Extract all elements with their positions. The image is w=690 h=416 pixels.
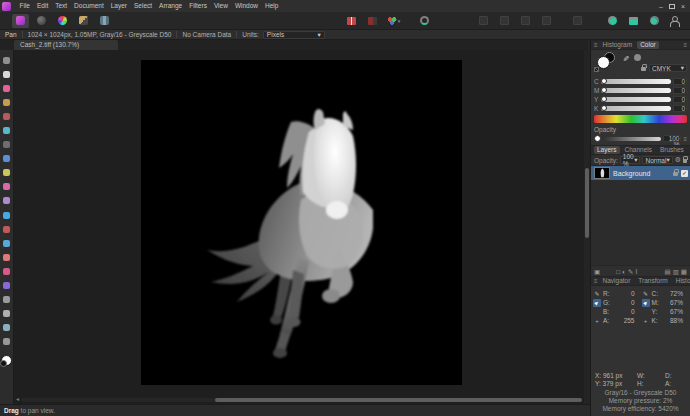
view-tool-button[interactable] xyxy=(1,54,13,66)
zoom-tool-button[interactable] xyxy=(1,336,13,348)
mesh-warp-tool-button[interactable] xyxy=(1,322,13,334)
layer-lock-icon[interactable] xyxy=(673,172,678,176)
y-slider[interactable] xyxy=(601,97,671,102)
menu-edit[interactable]: Edit xyxy=(33,0,51,12)
menu-view[interactable]: View xyxy=(210,0,231,12)
crop-tool-button[interactable] xyxy=(1,96,13,108)
opacity-slider-thumb[interactable] xyxy=(594,135,601,142)
document-canvas[interactable] xyxy=(141,60,462,385)
menu-help[interactable]: Help xyxy=(262,0,282,12)
horizontal-scrollbar[interactable]: ◂ xyxy=(16,397,582,402)
m-slider[interactable] xyxy=(601,88,671,93)
k-value-field[interactable]: 0 xyxy=(673,105,687,112)
menu-file[interactable]: File xyxy=(16,0,33,12)
menu-layer[interactable]: Layer xyxy=(107,0,130,12)
move-tool-button[interactable] xyxy=(1,68,13,80)
layer-visibility-checkbox[interactable]: ✓ xyxy=(681,170,688,177)
panel-options-icon[interactable]: ≡ xyxy=(683,42,687,48)
menu-text[interactable]: Text xyxy=(52,0,71,12)
erase-brush-tool-button[interactable] xyxy=(1,195,13,207)
c-slider[interactable] xyxy=(601,79,671,84)
healing-brush-tool-button[interactable] xyxy=(1,237,13,249)
menu-filters[interactable]: Filters xyxy=(186,0,211,12)
group-layers-icon[interactable]: ▤ xyxy=(665,266,671,277)
restore-button[interactable] xyxy=(669,4,675,9)
opacity-value[interactable]: 100 % xyxy=(663,135,681,142)
flood-select-tool-button[interactable] xyxy=(1,124,13,136)
lock-layer-icon[interactable] xyxy=(683,159,687,163)
fill-tool-button[interactable] xyxy=(1,209,13,221)
menu-window[interactable]: Window xyxy=(231,0,261,12)
toolbar-disabled-button-4[interactable] xyxy=(538,14,555,28)
develop-persona-button[interactable] xyxy=(54,14,71,28)
dodge-brush-tool-button[interactable] xyxy=(1,280,13,292)
k-slider-thumb[interactable] xyxy=(601,105,607,111)
canvas-viewport[interactable]: ◂ xyxy=(14,50,584,404)
tone-mapping-persona-button[interactable] xyxy=(75,14,92,28)
y-value-field[interactable]: 0 xyxy=(673,96,687,103)
tab-history[interactable]: History xyxy=(673,277,690,285)
photo-persona-button[interactable] xyxy=(12,14,29,28)
minimize-button[interactable]: – xyxy=(659,3,663,10)
pixel-tool-button[interactable] xyxy=(1,167,13,179)
toolbar-disabled-button-5[interactable] xyxy=(569,14,586,28)
blend-mode-dropdown[interactable]: Normal ▾ xyxy=(642,156,672,164)
pen-tool-button[interactable] xyxy=(1,308,13,320)
vertical-scroll-thumb[interactable] xyxy=(585,168,589,238)
close-button[interactable]: × xyxy=(681,3,685,10)
selection-brush-tool-button[interactable] xyxy=(1,110,13,122)
toolbar-disabled-button-3[interactable] xyxy=(517,14,534,28)
paint-brush-tool-button[interactable] xyxy=(1,153,13,165)
snapping-button[interactable] xyxy=(416,14,433,28)
eyedropper-icon[interactable]: ✎ xyxy=(621,55,630,62)
clip-canvas-button[interactable] xyxy=(625,14,642,28)
document-tab[interactable]: Cash_2.tiff (130.7%) xyxy=(14,40,118,50)
auto-contrast-button[interactable] xyxy=(364,14,381,28)
auto-levels-button[interactable] xyxy=(343,14,360,28)
c-value-field[interactable]: 0 xyxy=(673,78,687,85)
opacity-slider[interactable] xyxy=(603,137,661,141)
mask-layer-icon[interactable]: □ xyxy=(616,266,620,277)
auto-colours-button[interactable]: ▾ xyxy=(385,14,402,28)
m-slider-thumb[interactable] xyxy=(601,87,607,93)
marquee-tool-button[interactable] xyxy=(1,139,13,151)
units-dropdown[interactable]: Pixels ▾ xyxy=(263,31,325,39)
account-button[interactable] xyxy=(665,14,682,28)
liquify-persona-button[interactable] xyxy=(33,14,50,28)
horizontal-scroll-thumb[interactable] xyxy=(215,398,582,402)
tab-color[interactable]: Color xyxy=(637,41,659,49)
inpainting-brush-tool-button[interactable] xyxy=(1,265,13,277)
menu-document[interactable]: Document xyxy=(71,0,108,12)
tab-histogram[interactable]: Histogram xyxy=(600,41,636,49)
menu-select[interactable]: Select xyxy=(131,0,156,12)
tab-navigator[interactable]: Navigator xyxy=(600,277,634,285)
toolbar-disabled-button-1[interactable] xyxy=(475,14,492,28)
gear-icon[interactable]: ⚙ xyxy=(675,156,681,164)
opacity-options-icon[interactable]: ≡ xyxy=(683,136,687,142)
c-slider-thumb[interactable] xyxy=(601,78,607,84)
k-slider[interactable] xyxy=(601,106,671,111)
edit-all-layers-icon[interactable]: ▣ xyxy=(594,266,600,277)
colour-swatch[interactable] xyxy=(1,355,12,366)
add-layer-icon[interactable]: ▥ xyxy=(673,266,679,277)
export-persona-button[interactable] xyxy=(96,14,113,28)
layer-row-background[interactable]: Background ✓ xyxy=(591,166,690,180)
colour-mode-dropdown[interactable]: CMYK ▾ xyxy=(649,64,687,72)
scroll-left-icon[interactable]: ◂ xyxy=(16,397,19,402)
toolbar-disabled-button-2[interactable] xyxy=(496,14,513,28)
no-colour-swatch[interactable] xyxy=(594,67,599,72)
tab-transform[interactable]: Transform xyxy=(635,277,670,285)
assistant-button[interactable] xyxy=(646,14,663,28)
rotate-document-button[interactable] xyxy=(604,14,621,28)
colour-replacement-brush-tool-button[interactable] xyxy=(1,181,13,193)
remove-layer-icon[interactable]: ▦ xyxy=(681,266,687,277)
adjustment-layer-icon[interactable]: ◐ xyxy=(622,266,626,277)
layers-opacity-dropdown[interactable]: 100 % ▾ xyxy=(620,156,641,164)
tab-layers[interactable]: Layers xyxy=(594,146,620,154)
clone-brush-tool-button[interactable] xyxy=(1,223,13,235)
tab-brushes[interactable]: Brushes xyxy=(657,146,687,154)
spectrum-bar[interactable] xyxy=(594,115,687,123)
m-value-field[interactable]: 0 xyxy=(673,87,687,94)
y-slider-thumb[interactable] xyxy=(601,96,607,102)
blemish-removal-tool-button[interactable] xyxy=(1,251,13,263)
